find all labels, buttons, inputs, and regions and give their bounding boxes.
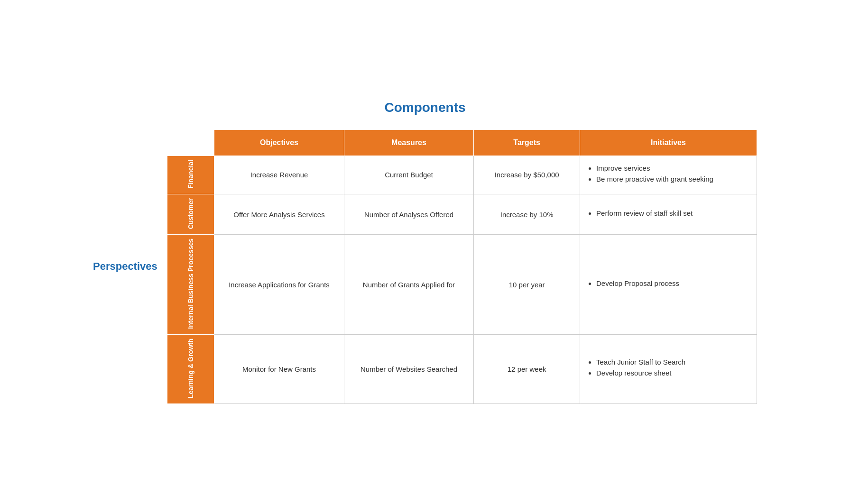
row-label-0: Financial [167, 156, 214, 194]
cell-measures-2: Number of Grants Applied for [344, 235, 474, 335]
cell-measures-0: Current Budget [344, 156, 474, 194]
corner-cell [167, 130, 214, 156]
cell-objectives-0: Increase Revenue [214, 156, 344, 194]
header-targets: Targets [474, 130, 580, 156]
cell-objectives-3: Monitor for New Grants [214, 334, 344, 403]
cell-targets-3: 12 per week [474, 334, 580, 403]
header-objectives: Objectives [214, 130, 344, 156]
header-measures: Measures [344, 130, 474, 156]
cell-targets-1: Increase by 10% [474, 194, 580, 234]
row-label-1: Customer [167, 194, 214, 234]
perspectives-label: Perspectives [93, 260, 157, 273]
header-initiatives: Initiatives [580, 130, 757, 156]
scorecard-table: Objectives Measures Targets Initiatives … [167, 129, 757, 404]
row-label-2: Internal Business Processes [167, 235, 214, 335]
row-label-3: Learning & Growth [167, 334, 214, 403]
page-wrapper: Components Perspectives Objectives Measu… [93, 100, 757, 404]
cell-initiatives-0: Improve servicesBe more proactive with g… [580, 156, 757, 194]
table-wrapper: Objectives Measures Targets Initiatives … [167, 129, 757, 404]
cell-initiatives-3: Teach Junior Staff to SearchDevelop reso… [580, 334, 757, 403]
page-title: Components [384, 100, 465, 115]
cell-initiatives-2: Develop Proposal process [580, 235, 757, 335]
initiative-item: Develop resource sheet [596, 369, 749, 377]
initiative-item: Teach Junior Staff to Search [596, 358, 749, 366]
initiative-item: Improve services [596, 164, 749, 172]
cell-measures-1: Number of Analyses Offered [344, 194, 474, 234]
cell-measures-3: Number of Websites Searched [344, 334, 474, 403]
content-area: Perspectives Objectives Measures Targets [93, 129, 757, 404]
initiative-item: Be more proactive with grant seeking [596, 175, 749, 183]
cell-targets-0: Increase by $50,000 [474, 156, 580, 194]
initiative-item: Develop Proposal process [596, 279, 749, 287]
cell-objectives-2: Increase Applications for Grants [214, 235, 344, 335]
cell-initiatives-1: Perform review of staff skill set [580, 194, 757, 234]
initiative-item: Perform review of staff skill set [596, 209, 749, 217]
cell-objectives-1: Offer More Analysis Services [214, 194, 344, 234]
cell-targets-2: 10 per year [474, 235, 580, 335]
